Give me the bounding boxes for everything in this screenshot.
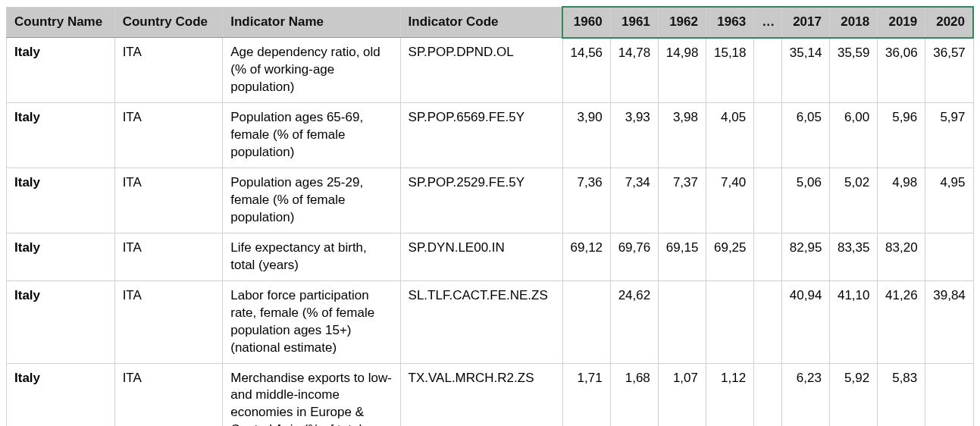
cell-1960[interactable]: 7,36 xyxy=(562,168,610,233)
cell-country-name[interactable]: Italy xyxy=(7,103,115,168)
table-header-row: Country Name Country Code Indicator Name… xyxy=(7,7,974,38)
cell-1961[interactable]: 3,93 xyxy=(610,103,658,168)
cell-2019[interactable]: 5,96 xyxy=(878,103,925,168)
col-ellipsis[interactable]: … xyxy=(754,7,782,38)
col-2020[interactable]: 2020 xyxy=(925,7,973,38)
cell-1961[interactable]: 69,76 xyxy=(610,233,658,280)
cell-1963[interactable]: 15,18 xyxy=(706,38,753,103)
cell-1961[interactable]: 7,34 xyxy=(610,168,658,233)
cell-country-name[interactable]: Italy xyxy=(7,233,115,280)
cell-1961[interactable]: 14,78 xyxy=(610,38,658,103)
cell-2017[interactable]: 6,05 xyxy=(781,103,829,168)
cell-2019[interactable]: 36,06 xyxy=(878,38,925,103)
cell-1960[interactable]: 3,90 xyxy=(562,103,610,168)
cell-ellipsis[interactable] xyxy=(754,233,782,280)
table-row[interactable]: ItalyITAPopulation ages 65-69, female (%… xyxy=(7,103,974,168)
cell-2018[interactable]: 6,00 xyxy=(829,103,877,168)
table-body: ItalyITAAge dependency ratio, old (% of … xyxy=(7,38,974,426)
cell-ellipsis[interactable] xyxy=(754,280,782,363)
cell-country-name[interactable]: Italy xyxy=(7,38,115,103)
col-2018[interactable]: 2018 xyxy=(829,7,877,38)
cell-2019[interactable]: 5,83 xyxy=(878,363,925,426)
cell-ellipsis[interactable] xyxy=(754,168,782,233)
cell-1962[interactable]: 14,98 xyxy=(658,38,706,103)
cell-indicator-code[interactable]: TX.VAL.MRCH.R2.ZS xyxy=(400,363,562,426)
cell-1963[interactable]: 69,25 xyxy=(706,233,753,280)
cell-2020[interactable] xyxy=(925,233,973,280)
cell-2017[interactable]: 40,94 xyxy=(781,280,829,363)
cell-1960[interactable] xyxy=(562,280,610,363)
cell-1962[interactable]: 7,37 xyxy=(658,168,706,233)
col-2017[interactable]: 2017 xyxy=(781,7,829,38)
cell-1962[interactable]: 3,98 xyxy=(658,103,706,168)
cell-indicator-name[interactable]: Life expectancy at birth, total (years) xyxy=(223,233,400,280)
table-row[interactable]: ItalyITAAge dependency ratio, old (% of … xyxy=(7,38,974,103)
col-indicator-code[interactable]: Indicator Code xyxy=(400,7,562,38)
cell-country-code[interactable]: ITA xyxy=(114,233,223,280)
cell-country-name[interactable]: Italy xyxy=(7,168,115,233)
cell-indicator-name[interactable]: Population ages 25-29, female (% of fema… xyxy=(223,168,400,233)
cell-1961[interactable]: 24,62 xyxy=(610,280,658,363)
cell-2020[interactable]: 5,97 xyxy=(925,103,973,168)
cell-1960[interactable]: 69,12 xyxy=(562,233,610,280)
cell-1960[interactable]: 14,56 xyxy=(562,38,610,103)
col-1963[interactable]: 1963 xyxy=(706,7,753,38)
cell-2020[interactable]: 39,84 xyxy=(925,280,973,363)
cell-indicator-code[interactable]: SP.DYN.LE00.IN xyxy=(400,233,562,280)
cell-2018[interactable]: 41,10 xyxy=(829,280,877,363)
cell-1963[interactable]: 1,12 xyxy=(706,363,753,426)
cell-country-code[interactable]: ITA xyxy=(114,363,223,426)
col-indicator-name[interactable]: Indicator Name xyxy=(223,7,400,38)
cell-indicator-code[interactable]: SP.POP.6569.FE.5Y xyxy=(400,103,562,168)
cell-2019[interactable]: 41,26 xyxy=(878,280,925,363)
cell-indicator-name[interactable]: Merchandise exports to low- and middle-i… xyxy=(223,363,400,426)
cell-ellipsis[interactable] xyxy=(754,363,782,426)
cell-1960[interactable]: 1,71 xyxy=(562,363,610,426)
col-country-code[interactable]: Country Code xyxy=(114,7,223,38)
col-1960[interactable]: 1960 xyxy=(562,7,610,38)
col-1962[interactable]: 1962 xyxy=(658,7,706,38)
cell-2020[interactable]: 36,57 xyxy=(925,38,973,103)
cell-country-code[interactable]: ITA xyxy=(114,103,223,168)
cell-2019[interactable]: 4,98 xyxy=(878,168,925,233)
cell-1962[interactable] xyxy=(658,280,706,363)
cell-2017[interactable]: 6,23 xyxy=(781,363,829,426)
table-row[interactable]: ItalyITALabor force participation rate, … xyxy=(7,280,974,363)
table-row[interactable]: ItalyITAPopulation ages 25-29, female (%… xyxy=(7,168,974,233)
cell-ellipsis[interactable] xyxy=(754,103,782,168)
cell-1963[interactable]: 7,40 xyxy=(706,168,753,233)
cell-indicator-name[interactable]: Age dependency ratio, old (% of working-… xyxy=(223,38,400,103)
cell-2017[interactable]: 5,06 xyxy=(781,168,829,233)
cell-1961[interactable]: 1,68 xyxy=(610,363,658,426)
cell-country-code[interactable]: ITA xyxy=(114,280,223,363)
col-2019[interactable]: 2019 xyxy=(878,7,925,38)
table-row[interactable]: ItalyITALife expectancy at birth, total … xyxy=(7,233,974,280)
cell-2020[interactable] xyxy=(925,363,973,426)
cell-country-name[interactable]: Italy xyxy=(7,280,115,363)
cell-2017[interactable]: 35,14 xyxy=(781,38,829,103)
table-header: Country Name Country Code Indicator Name… xyxy=(7,7,974,38)
cell-ellipsis[interactable] xyxy=(754,38,782,103)
cell-indicator-name[interactable]: Labor force participation rate, female (… xyxy=(223,280,400,363)
cell-1963[interactable] xyxy=(706,280,753,363)
cell-1963[interactable]: 4,05 xyxy=(706,103,753,168)
cell-1962[interactable]: 69,15 xyxy=(658,233,706,280)
cell-indicator-code[interactable]: SL.TLF.CACT.FE.NE.ZS xyxy=(400,280,562,363)
cell-2019[interactable]: 83,20 xyxy=(878,233,925,280)
cell-2018[interactable]: 83,35 xyxy=(829,233,877,280)
cell-country-name[interactable]: Italy xyxy=(7,363,115,426)
cell-country-code[interactable]: ITA xyxy=(114,38,223,103)
cell-indicator-code[interactable]: SP.POP.DPND.OL xyxy=(400,38,562,103)
cell-2017[interactable]: 82,95 xyxy=(781,233,829,280)
cell-indicator-name[interactable]: Population ages 65-69, female (% of fema… xyxy=(223,103,400,168)
table-row[interactable]: ItalyITAMerchandise exports to low- and … xyxy=(7,363,974,426)
cell-indicator-code[interactable]: SP.POP.2529.FE.5Y xyxy=(400,168,562,233)
cell-2018[interactable]: 35,59 xyxy=(829,38,877,103)
cell-2018[interactable]: 5,92 xyxy=(829,363,877,426)
col-country-name[interactable]: Country Name xyxy=(7,7,115,38)
cell-1962[interactable]: 1,07 xyxy=(658,363,706,426)
cell-2020[interactable]: 4,95 xyxy=(925,168,973,233)
cell-country-code[interactable]: ITA xyxy=(114,168,223,233)
cell-2018[interactable]: 5,02 xyxy=(829,168,877,233)
col-1961[interactable]: 1961 xyxy=(610,7,658,38)
